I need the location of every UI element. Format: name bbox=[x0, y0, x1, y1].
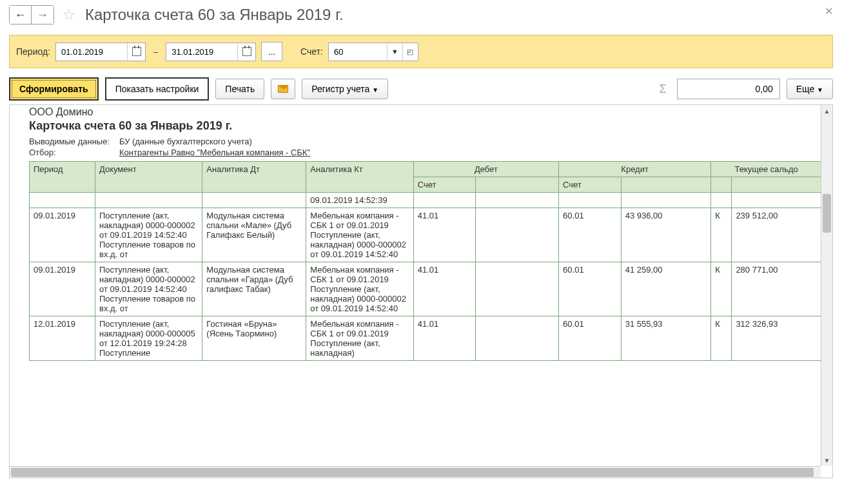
table-cell: К bbox=[711, 316, 732, 361]
table-cell: 312 326,93 bbox=[732, 316, 822, 361]
calendar-icon[interactable] bbox=[127, 43, 145, 61]
col-bal-side bbox=[711, 177, 732, 193]
forward-button[interactable]: → bbox=[32, 6, 54, 24]
data-label: Выводимые данные: bbox=[29, 137, 119, 146]
scroll-up-icon[interactable]: ▲ bbox=[821, 105, 832, 117]
sum-input[interactable] bbox=[677, 79, 780, 99]
table-cell: К bbox=[711, 208, 732, 262]
table-cell: 60.01 bbox=[559, 316, 622, 361]
account-input[interactable] bbox=[329, 43, 387, 61]
col-debit-acc: Счет bbox=[413, 177, 476, 193]
table-row[interactable]: 12.01.2019Поступление (акт, накладная) 0… bbox=[30, 316, 822, 361]
page-title: Карточка счета 60 за Январь 2019 г. bbox=[85, 6, 344, 24]
table-cell: 31 555,93 bbox=[621, 316, 711, 361]
close-icon[interactable]: ✕ bbox=[825, 5, 833, 17]
calendar-icon[interactable] bbox=[237, 43, 255, 61]
table-cell: 41.01 bbox=[413, 262, 476, 316]
col-credit-sum bbox=[621, 177, 711, 193]
horizontal-scrollbar[interactable] bbox=[10, 466, 821, 478]
table-cell: 280 771,00 bbox=[732, 262, 822, 316]
print-button[interactable]: Печать bbox=[215, 79, 264, 99]
dash: – bbox=[151, 47, 161, 57]
table-cell: 09.01.2019 bbox=[30, 262, 95, 316]
table-cell: 43 936,00 bbox=[621, 208, 711, 262]
company-name: ООО Домино bbox=[29, 106, 832, 118]
period-picker-button[interactable]: ... bbox=[261, 42, 282, 61]
col-balance: Текущее сальдо bbox=[711, 162, 822, 177]
table-cell bbox=[30, 193, 95, 208]
table-cell: Поступление (акт, накладная) 0000-000002… bbox=[95, 262, 202, 316]
table-row[interactable]: 09.01.2019 14:52:39 bbox=[30, 193, 822, 208]
filter-value: Контрагенты Равно "Мебельная компания - … bbox=[119, 148, 310, 157]
sigma-icon: Σ bbox=[656, 82, 671, 96]
col-adt: Аналитика Дт bbox=[202, 162, 306, 193]
table-cell bbox=[202, 193, 306, 208]
table-cell: Мебельная компания - СБК 1 от 09.01.2019… bbox=[306, 316, 413, 361]
table-cell: Поступление (акт, накладная) 0000-000002… bbox=[95, 208, 202, 262]
account-label: Счет: bbox=[300, 46, 323, 57]
table-cell bbox=[413, 193, 476, 208]
table-cell: 60.01 bbox=[559, 208, 622, 262]
table-cell: 09.01.2019 14:52:39 bbox=[306, 193, 413, 208]
table-cell bbox=[95, 193, 202, 208]
table-cell bbox=[732, 193, 822, 208]
favorite-star-icon[interactable]: ☆ bbox=[62, 6, 76, 24]
table-cell: Модульная система спальни «Мале» (Дуб Га… bbox=[202, 208, 306, 262]
table-cell: 239 512,00 bbox=[732, 208, 822, 262]
table-cell: Гостиная «Бруна» (Ясень Таормино) bbox=[202, 316, 306, 361]
report-title: Карточка счета 60 за Январь 2019 г. bbox=[29, 119, 832, 133]
form-button[interactable]: Сформировать bbox=[9, 77, 99, 101]
col-bal-sum bbox=[732, 177, 822, 193]
col-credit: Кредит bbox=[559, 162, 711, 177]
col-document: Документ bbox=[95, 162, 202, 193]
popup-icon[interactable]: ◰ bbox=[402, 43, 418, 61]
table-cell: К bbox=[711, 262, 732, 316]
table-cell: 09.01.2019 bbox=[30, 208, 95, 262]
table-cell: 41 259,00 bbox=[621, 262, 711, 316]
show-settings-button[interactable]: Показать настройки bbox=[105, 77, 210, 101]
period-bar: Период: – ... Счет: ▼ ◰ bbox=[9, 35, 833, 68]
table-cell bbox=[711, 193, 732, 208]
period-label: Период: bbox=[16, 46, 50, 57]
envelope-icon bbox=[278, 85, 288, 93]
email-button[interactable] bbox=[271, 79, 295, 99]
date-to-field bbox=[166, 43, 256, 61]
table-cell: Мебельная компания - СБК 1 от 09.01.2019… bbox=[306, 262, 413, 316]
col-credit-acc: Счет bbox=[559, 177, 622, 193]
toolbar: Сформировать Показать настройки Печать Р… bbox=[9, 77, 833, 101]
account-field: ▼ ◰ bbox=[328, 43, 418, 61]
back-button[interactable]: ← bbox=[10, 6, 32, 24]
filter-label: Отбор: bbox=[29, 148, 119, 157]
table-cell: 41.01 bbox=[413, 316, 476, 361]
table-row[interactable]: 09.01.2019Поступление (акт, накладная) 0… bbox=[30, 262, 822, 316]
vertical-scrollbar[interactable]: ▲ ▼ bbox=[821, 105, 832, 466]
table-cell: Мебельная компания - СБК 1 от 09.01.2019… bbox=[306, 208, 413, 262]
table-cell: 60.01 bbox=[559, 262, 622, 316]
date-to-input[interactable] bbox=[166, 43, 237, 61]
more-button[interactable]: Еще ▼ bbox=[787, 79, 833, 99]
table-cell: 41.01 bbox=[413, 208, 476, 262]
col-period: Период bbox=[30, 162, 95, 193]
table-cell bbox=[476, 193, 559, 208]
table-cell bbox=[476, 262, 559, 316]
col-akt: Аналитика Кт bbox=[306, 162, 413, 193]
table-cell: Поступление (акт, накладная) 0000-000005… bbox=[95, 316, 202, 361]
table-cell: Модульная система спальни «Гарда» (Дуб г… bbox=[202, 262, 306, 316]
data-value: БУ (данные бухгалтерского учета) bbox=[119, 137, 252, 146]
table-row[interactable]: 09.01.2019Поступление (акт, накладная) 0… bbox=[30, 208, 822, 262]
table-cell bbox=[476, 316, 559, 361]
register-button[interactable]: Регистр учета ▼ bbox=[302, 79, 388, 99]
date-from-input[interactable] bbox=[56, 43, 127, 61]
report-area: ООО Домино Карточка счета 60 за Январь 2… bbox=[9, 104, 833, 478]
table-cell bbox=[476, 208, 559, 262]
table-cell bbox=[559, 193, 622, 208]
date-from-field bbox=[55, 43, 146, 61]
table-cell bbox=[621, 193, 711, 208]
nav-buttons: ← → bbox=[9, 5, 54, 24]
dropdown-icon[interactable]: ▼ bbox=[387, 43, 402, 61]
col-debit-sum bbox=[476, 177, 559, 193]
col-debit: Дебет bbox=[413, 162, 558, 177]
scroll-down-icon[interactable]: ▼ bbox=[821, 454, 832, 466]
ledger-table: Период Документ Аналитика Дт Аналитика К… bbox=[29, 161, 822, 361]
table-cell: 12.01.2019 bbox=[30, 316, 95, 361]
